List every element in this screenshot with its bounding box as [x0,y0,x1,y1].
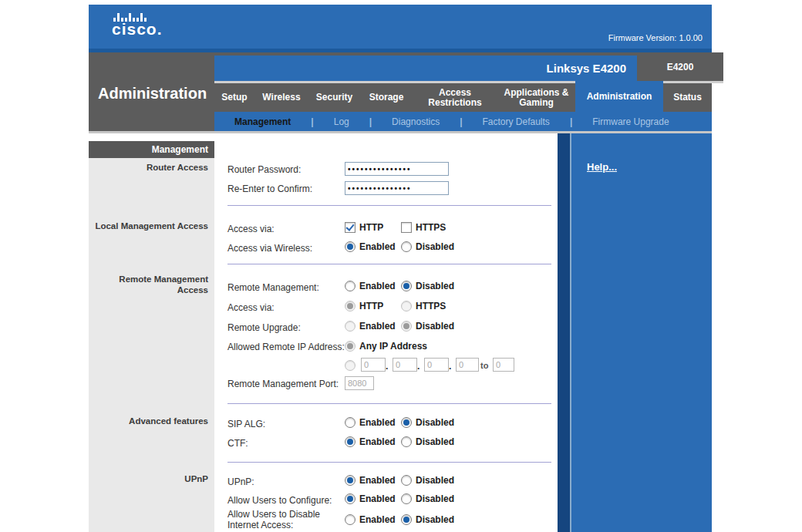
any-ip-radio[interactable] [345,341,356,352]
upnp-disabled-option[interactable]: Disabled [401,475,454,486]
upnp-enabled-option[interactable]: Enabled [345,475,396,486]
wireless-enabled-radio[interactable] [345,241,356,252]
remote-upgrade-disabled-label: Disabled [416,321,454,332]
section-divider [227,264,551,264]
product-titlebar: Linksys E4200 [214,56,637,81]
remote-port-input[interactable] [345,376,374,390]
allowed-remote-ip-label: Allowed Remote IP Address: [227,342,345,352]
subnav-log[interactable]: Log [314,116,369,127]
wireless-disabled-option[interactable]: Disabled [401,241,454,252]
sidebar-section-header: Management [89,141,214,158]
tab-status[interactable]: Status [663,83,712,112]
remote-http-radio[interactable] [345,301,356,311]
remote-upgrade-disabled-radio[interactable] [401,321,412,332]
remote-https-option[interactable]: HTTPS [401,301,446,311]
allow-disable-disabled-option[interactable]: Disabled [401,514,454,525]
allow-disable-enabled-option[interactable]: Enabled [345,514,396,525]
https-checkbox[interactable] [401,222,412,233]
remote-mgmt-disabled-radio[interactable] [401,281,412,291]
any-ip-option[interactable]: Any IP Address [345,341,427,352]
subnav-management[interactable]: Management [214,116,311,127]
ip-octet-4-input[interactable] [456,358,479,372]
tab-setup[interactable]: Setup [214,83,254,112]
ip-range-radio[interactable] [345,360,356,371]
ip-octet-3-input[interactable] [424,358,449,372]
ip-range-end-input[interactable] [493,358,514,372]
sip-alg-enabled-label: Enabled [359,417,396,428]
tab-wireless[interactable]: Wireless [254,83,308,112]
allow-configure-disabled-radio[interactable] [401,493,412,504]
remote-mgmt-disabled-label: Disabled [416,281,454,291]
ctf-disabled-label: Disabled [416,436,454,447]
router-password-input[interactable] [345,162,449,176]
ctf-enabled-radio[interactable] [345,436,356,447]
sidebar-label-local-management: Local Management Access [94,221,208,231]
allow-disable-enabled-radio[interactable] [345,514,356,525]
https-checkbox-option[interactable]: HTTPS [401,222,446,233]
wireless-disabled-radio[interactable] [401,241,412,252]
sip-alg-disabled-radio[interactable] [401,417,412,428]
allow-disable-disabled-radio[interactable] [401,514,412,525]
sip-alg-enabled-option[interactable]: Enabled [345,417,396,428]
ctf-disabled-radio[interactable] [401,436,412,447]
allow-configure-disabled-option[interactable]: Disabled [401,493,454,504]
ip-range-to-label: to [480,361,488,370]
remote-upgrade-disabled-option[interactable]: Disabled [401,321,454,332]
ctf-disabled-option[interactable]: Disabled [401,436,454,447]
remote-upgrade-enabled-label: Enabled [359,321,396,332]
model-tab[interactable]: E4200 [637,52,723,81]
remote-http-label: HTTP [359,301,383,311]
help-link[interactable]: Help... [587,161,617,173]
tab-applications-gaming[interactable]: Applications & Gaming [497,83,575,112]
remote-access-via-label: Access via: [227,302,275,313]
sip-alg-enabled-radio[interactable] [345,417,356,428]
remote-https-radio[interactable] [401,301,412,311]
ip-octet-2-input[interactable] [393,358,417,372]
allow-disable-disabled-label: Disabled [416,514,454,525]
subnav-diagnostics[interactable]: Diagnostics [372,116,460,127]
help-panel: Help... [571,133,712,532]
reenter-confirm-label: Re-Enter to Confirm: [227,184,312,194]
settings-form: Router Password: Re-Enter to Confirm: Ac… [214,133,558,532]
tab-storage[interactable]: Storage [360,83,413,112]
http-checkbox[interactable] [345,222,356,233]
page-title-block: Administration [89,52,214,133]
ip-dot: . [417,361,420,372]
tab-security[interactable]: Security [308,83,360,112]
ctf-label: CTF: [227,438,248,449]
product-name: Linksys E4200 [547,62,637,75]
remote-upgrade-enabled-radio[interactable] [345,321,356,332]
subnav-factory-defaults[interactable]: Factory Defaults [463,116,570,127]
upnp-enabled-radio[interactable] [345,475,356,486]
allow-configure-enabled-option[interactable]: Enabled [345,493,396,504]
remote-http-option[interactable]: HTTP [345,301,383,311]
reenter-confirm-input[interactable] [345,181,449,195]
main-tab-bar: Setup Wireless Security Storage Access R… [214,81,723,112]
allow-configure-enabled-radio[interactable] [345,493,356,504]
allow-configure-enabled-label: Enabled [359,493,396,504]
upnp-enabled-label: Enabled [359,475,396,486]
allow-configure-disabled-label: Disabled [416,493,454,504]
sidebar-label-remote-management: Remote Management Access [94,274,208,295]
router-admin-page: cisco. Firmware Version: 1.0.00 Administ… [0,0,802,532]
remote-mgmt-enabled-radio[interactable] [345,281,356,291]
subnav-firmware-upgrade[interactable]: Firmware Upgrade [572,116,689,127]
sip-alg-label: SIP ALG: [227,419,265,429]
remote-upgrade-enabled-option[interactable]: Enabled [345,321,396,332]
section-sidebar: Management Router Access Local Managemen… [89,133,214,532]
ctf-enabled-option[interactable]: Enabled [345,436,396,447]
sip-alg-disabled-option[interactable]: Disabled [401,417,454,428]
upnp-disabled-radio[interactable] [401,475,412,486]
ip-octet-1-input[interactable] [361,358,386,372]
firmware-version: Firmware Version: 1.0.00 [608,33,703,42]
sidebar-label-router-access: Router Access [94,162,208,173]
allow-disable-label: Allow Users to Disable Internet Access: [227,509,328,530]
tab-access-restrictions[interactable]: Access Restrictions [413,83,497,112]
cisco-logo-text: cisco. [112,22,163,37]
allow-configure-label: Allow Users to Configure: [227,495,332,506]
wireless-enabled-option[interactable]: Enabled [345,241,396,252]
remote-mgmt-disabled-option[interactable]: Disabled [401,281,454,291]
http-checkbox-option[interactable]: HTTP [345,222,383,233]
tab-administration[interactable]: Administration [575,81,663,112]
remote-mgmt-enabled-option[interactable]: Enabled [345,281,396,291]
